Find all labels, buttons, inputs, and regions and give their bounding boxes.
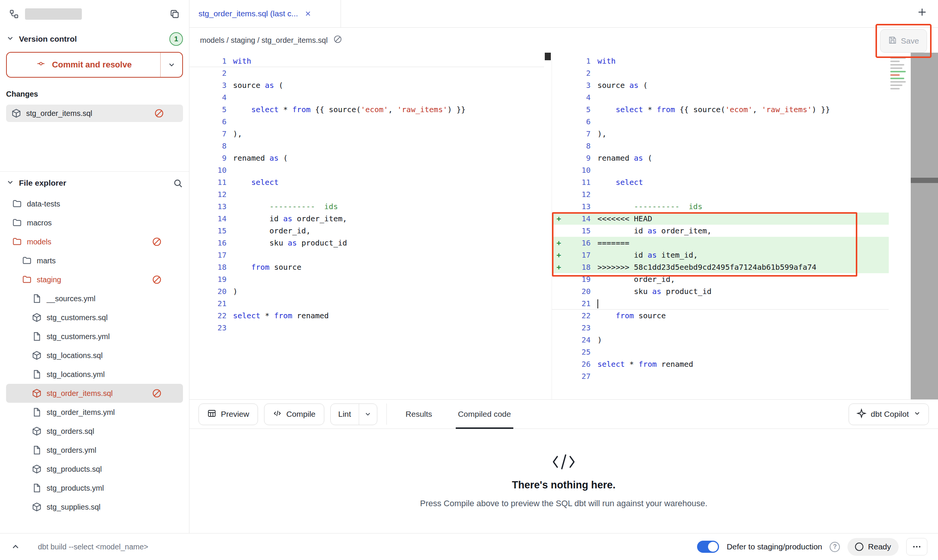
line-number: 6 bbox=[567, 117, 591, 126]
code-line-18[interactable]: +18>>>>>>> 58c1dd23d5eebd9cd2495fa7124ab… bbox=[552, 261, 889, 273]
code-line-11[interactable]: 11 select bbox=[552, 176, 889, 188]
code-line-27[interactable]: 27 bbox=[552, 370, 889, 382]
code-line-9[interactable]: 9renamed as ( bbox=[189, 152, 544, 164]
code-line-13[interactable]: 13 ---------- ids bbox=[552, 200, 889, 213]
compile-button[interactable]: Compile bbox=[264, 404, 324, 425]
code-line-23[interactable]: 23 bbox=[189, 322, 544, 334]
code-line-10[interactable]: 10 bbox=[189, 164, 544, 176]
chevron-up-icon[interactable] bbox=[11, 542, 20, 552]
tree-item-data-tests[interactable]: data-tests bbox=[6, 194, 183, 213]
tree-item-stg_locations.yml[interactable]: stg_locations.yml bbox=[6, 365, 183, 384]
tree-item-stg_products.sql[interactable]: stg_products.sql bbox=[6, 460, 183, 479]
help-icon[interactable]: ? bbox=[830, 542, 840, 552]
commit-options-button[interactable] bbox=[160, 53, 182, 77]
code-line-2[interactable]: 2 bbox=[552, 67, 889, 79]
copy-icon[interactable] bbox=[169, 9, 180, 19]
tree-item-stg_customers.sql[interactable]: stg_customers.sql bbox=[6, 308, 183, 327]
tree-item-stg_customers.yml[interactable]: stg_customers.yml bbox=[6, 327, 183, 346]
code-line-6[interactable]: 6 bbox=[552, 116, 889, 128]
tree-item-models[interactable]: models bbox=[6, 232, 183, 251]
left-editor-scrollbar[interactable] bbox=[544, 53, 552, 399]
code-area-left[interactable]: 1with23source as (45 select * from {{ so… bbox=[189, 53, 544, 399]
code-line-20[interactable]: 20) bbox=[189, 285, 544, 297]
code-area-right[interactable]: 1with23source as (45 select * from {{ so… bbox=[552, 53, 889, 399]
file-explorer-header[interactable]: File explorer bbox=[6, 172, 183, 194]
code-line-5[interactable]: 5 select * from {{ source('ecom', 'raw_i… bbox=[189, 103, 544, 116]
code-line-19[interactable]: 19 bbox=[189, 273, 544, 285]
line-number: 14 bbox=[567, 214, 591, 223]
code-line-12[interactable]: 12 bbox=[552, 188, 889, 200]
code-line-11[interactable]: 11 select bbox=[189, 176, 544, 188]
code-line-8[interactable]: 8 bbox=[552, 140, 889, 152]
code-line-13[interactable]: 13 ---------- ids bbox=[189, 200, 544, 213]
code-line-10[interactable]: 10 bbox=[552, 164, 889, 176]
code-line-21[interactable]: 21 bbox=[189, 297, 544, 310]
code-line-1[interactable]: 1with bbox=[552, 55, 889, 67]
code-line-7[interactable]: 7), bbox=[552, 128, 889, 140]
code-line-18[interactable]: 18 from source bbox=[189, 261, 544, 273]
tree-item-__sources.yml[interactable]: __sources.yml bbox=[6, 289, 183, 308]
code-line-15[interactable]: 15 order_id, bbox=[189, 225, 544, 237]
code-line-16[interactable]: +16======= bbox=[552, 237, 889, 249]
tab-results[interactable]: Results bbox=[403, 400, 435, 429]
dbt-copilot-button[interactable]: dbt Copilot bbox=[849, 404, 929, 425]
close-icon[interactable] bbox=[304, 10, 312, 17]
defer-toggle[interactable] bbox=[697, 541, 719, 553]
commit-and-resolve-button[interactable]: Commit and resolve bbox=[7, 53, 160, 77]
code-line-19[interactable]: 19 order_id, bbox=[552, 273, 889, 285]
code-line-25[interactable]: 25 bbox=[552, 346, 889, 358]
tree-item-stg_orders.sql[interactable]: stg_orders.sql bbox=[6, 422, 183, 441]
lint-options-button[interactable] bbox=[359, 404, 377, 425]
code-line-8[interactable]: 8 bbox=[189, 140, 544, 152]
code-line-4[interactable]: 4 bbox=[189, 91, 544, 103]
code-line-23[interactable]: 23 bbox=[552, 322, 889, 334]
tree-item-stg_order_items.sql[interactable]: stg_order_items.sql bbox=[6, 384, 183, 403]
code-line-21[interactable]: 21 bbox=[552, 297, 889, 310]
minimap[interactable] bbox=[889, 53, 911, 399]
version-control-header[interactable]: Version control 1 bbox=[6, 28, 183, 50]
code-line-2[interactable]: 2 bbox=[189, 67, 544, 79]
code-line-22[interactable]: 22select * from renamed bbox=[189, 310, 544, 322]
tree-item-marts[interactable]: marts bbox=[6, 251, 183, 270]
line-number: 21 bbox=[189, 299, 227, 308]
tree-item-staging[interactable]: staging bbox=[6, 270, 183, 289]
code-line-4[interactable]: 4 bbox=[552, 91, 889, 103]
code-line-1[interactable]: 1with bbox=[189, 55, 544, 67]
code-line-15[interactable]: 15 id as order_item, bbox=[552, 225, 889, 237]
lint-button[interactable]: Lint bbox=[331, 404, 359, 425]
code-line-14[interactable]: +14<<<<<<< HEAD bbox=[552, 213, 889, 225]
code-line-17[interactable]: +17 id as item_id, bbox=[552, 249, 889, 261]
code-line-6[interactable]: 6 bbox=[189, 116, 544, 128]
code-line-3[interactable]: 3source as ( bbox=[552, 79, 889, 91]
new-tab-plus-icon[interactable] bbox=[916, 6, 928, 18]
tab-stg-order-items[interactable]: stg_order_items.sql (last c... bbox=[189, 0, 341, 27]
code-line-26[interactable]: 26select * from renamed bbox=[552, 358, 889, 370]
code-line-14[interactable]: 14 id as order_item, bbox=[189, 213, 544, 225]
code-line-7[interactable]: 7), bbox=[189, 128, 544, 140]
code-line-17[interactable]: 17 bbox=[189, 249, 544, 261]
save-button[interactable]: Save bbox=[880, 29, 927, 53]
code-line-9[interactable]: 9renamed as ( bbox=[552, 152, 889, 164]
more-options-button[interactable] bbox=[906, 538, 927, 555]
code-line-12[interactable]: 12 bbox=[189, 188, 544, 200]
tree-item-stg_locations.sql[interactable]: stg_locations.sql bbox=[6, 346, 183, 365]
right-editor-scrollbar[interactable] bbox=[911, 53, 938, 399]
preview-button[interactable]: Preview bbox=[199, 404, 258, 425]
tree-item-stg_products.yml[interactable]: stg_products.yml bbox=[6, 479, 183, 497]
code-line-24[interactable]: 24) bbox=[552, 334, 889, 346]
tree-item-macros[interactable]: macros bbox=[6, 213, 183, 232]
tab-compiled-code[interactable]: Compiled code bbox=[456, 400, 513, 429]
search-icon[interactable] bbox=[173, 178, 183, 188]
changed-file-row[interactable]: stg_order_items.sql bbox=[6, 105, 183, 122]
code-line-16[interactable]: 16 sku as product_id bbox=[189, 237, 544, 249]
code-line-20[interactable]: 20 sku as product_id bbox=[552, 285, 889, 297]
command-input[interactable]: dbt build --select <model_name> bbox=[38, 543, 148, 551]
breadcrumb: models / staging / stg_order_items.sql bbox=[200, 36, 328, 45]
code-line-5[interactable]: 5 select * from {{ source('ecom', 'raw_i… bbox=[552, 103, 889, 116]
ide-status-button[interactable]: Ready bbox=[847, 538, 899, 556]
code-line-3[interactable]: 3source as ( bbox=[189, 79, 544, 91]
tree-item-stg_supplies.sql[interactable]: stg_supplies.sql bbox=[6, 497, 183, 516]
tree-item-stg_order_items.yml[interactable]: stg_order_items.yml bbox=[6, 403, 183, 422]
code-line-22[interactable]: 22 from source bbox=[552, 310, 889, 322]
tree-item-stg_orders.yml[interactable]: stg_orders.yml bbox=[6, 441, 183, 460]
